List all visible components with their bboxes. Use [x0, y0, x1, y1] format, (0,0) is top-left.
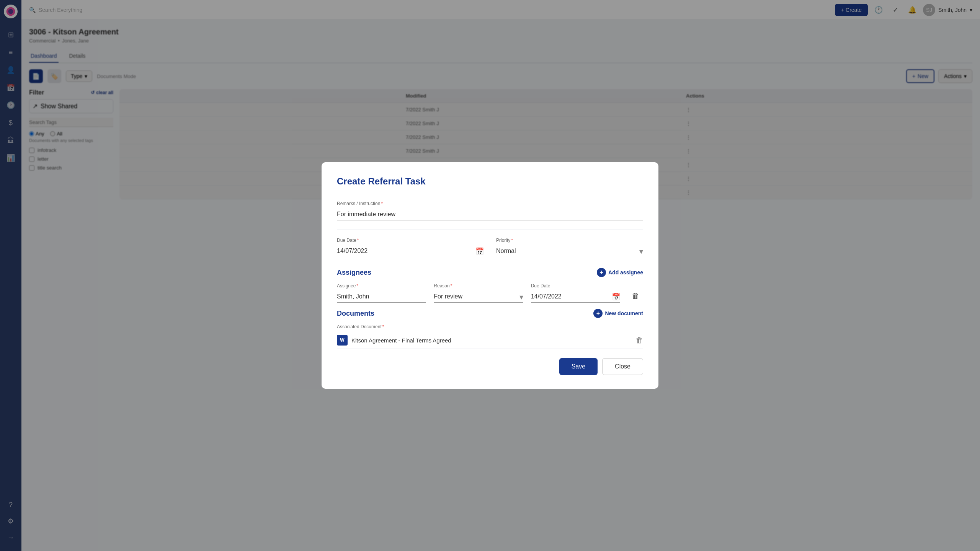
due-date-input[interactable] — [337, 245, 484, 257]
documents-section: Associated Document* W Kitson Agreement … — [337, 324, 643, 349]
plus-circle-icon: + — [593, 309, 603, 318]
delete-document-button[interactable]: 🗑 — [635, 336, 643, 345]
priority-section: Priority* ▾ — [496, 238, 643, 257]
associated-document-item: W Kitson Agreement - Final Terms Agreed … — [337, 332, 643, 349]
associated-doc-name: Kitson Agreement - Final Terms Agreed — [351, 337, 632, 344]
divider — [337, 230, 643, 230]
priority-label: Priority* — [496, 238, 643, 243]
documents-title: Documents — [337, 310, 374, 318]
plus-circle-icon: + — [597, 268, 606, 277]
modal-footer: Save Close — [337, 358, 643, 375]
assignee-col: Assignee* — [337, 283, 426, 303]
remarks-section: Remarks / Instruction* — [337, 201, 643, 220]
associated-doc-label: Associated Document* — [337, 324, 643, 329]
save-button[interactable]: Save — [559, 358, 598, 375]
add-assignee-label: Add assignee — [608, 269, 643, 276]
due-date-label: Due Date* — [337, 238, 484, 243]
due-priority-row: Due Date* 📅 Priority* ▾ — [337, 238, 643, 257]
word-doc-icon: W — [337, 335, 348, 346]
close-button[interactable]: Close — [602, 358, 643, 375]
assignee-due-date-input[interactable] — [531, 291, 620, 303]
assignees-title: Assignees — [337, 269, 371, 277]
assignee-due-date-col: Due Date 📅 — [531, 283, 620, 303]
delete-assignee-button[interactable]: 🗑 — [628, 292, 643, 303]
due-date-input-wrapper: 📅 — [337, 245, 484, 257]
assignee-row: Assignee* Reason* ▾ Due Date 📅 — [337, 283, 643, 303]
calendar-icon[interactable]: 📅 — [475, 247, 484, 256]
new-document-button[interactable]: + New document — [593, 309, 643, 318]
modal-overlay[interactable]: Create Referral Task Remarks / Instructi… — [0, 0, 980, 551]
remarks-label: Remarks / Instruction* — [337, 201, 643, 206]
add-assignee-button[interactable]: + Add assignee — [597, 268, 643, 277]
new-document-label: New document — [605, 310, 643, 316]
reason-label: Reason* — [434, 283, 523, 289]
reason-select[interactable] — [434, 291, 523, 303]
documents-heading-row: Documents + New document — [337, 309, 643, 318]
reason-select-wrapper: ▾ — [434, 291, 523, 303]
assignee-label: Assignee* — [337, 283, 426, 289]
create-referral-task-modal: Create Referral Task Remarks / Instructi… — [322, 162, 658, 389]
assignee-due-date-label: Due Date — [531, 283, 620, 289]
priority-select[interactable] — [496, 245, 643, 257]
modal-title: Create Referral Task — [337, 176, 643, 193]
assignee-input[interactable] — [337, 291, 426, 303]
priority-select-wrapper: ▾ — [496, 245, 643, 257]
due-date-section: Due Date* 📅 — [337, 238, 484, 257]
assignee-due-date-wrapper: 📅 — [531, 291, 620, 303]
assignees-heading-row: Assignees + Add assignee — [337, 268, 643, 277]
calendar-icon[interactable]: 📅 — [612, 293, 620, 301]
reason-col: Reason* ▾ — [434, 283, 523, 303]
remarks-input[interactable] — [337, 209, 643, 220]
